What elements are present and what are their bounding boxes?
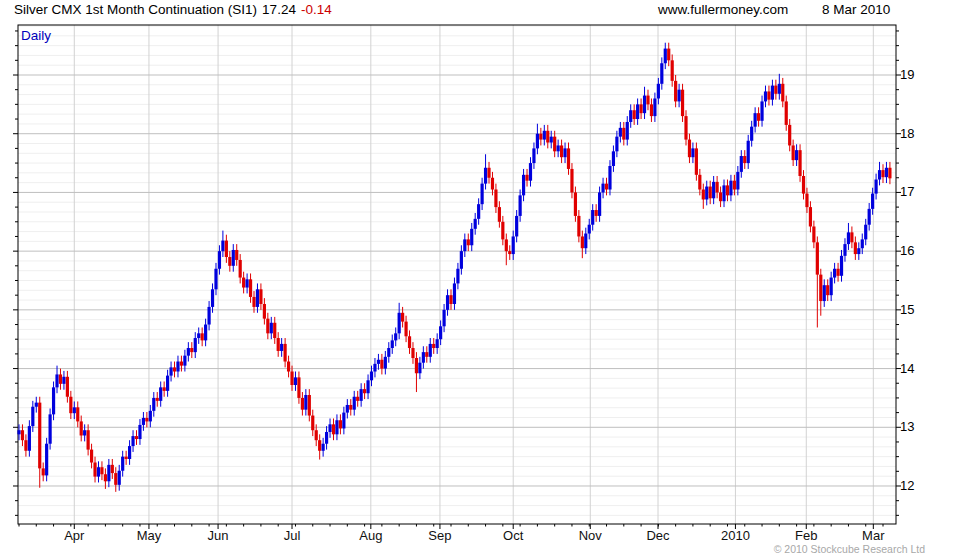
x-axis-tick-label: Aug	[349, 528, 393, 543]
candle-body	[325, 432, 328, 444]
candle-body	[626, 122, 629, 140]
candle-body	[76, 407, 79, 421]
timeframe-label: Daily	[21, 28, 51, 43]
x-axis-tick-label: Jun	[196, 528, 240, 543]
candle-body	[93, 463, 96, 477]
candle-body	[498, 207, 501, 222]
candle-body	[339, 420, 342, 428]
chart-page: Silver CMX 1st Month Continuation (SI1)1…	[0, 0, 980, 560]
candle-body	[795, 150, 798, 160]
candle-body	[197, 333, 200, 338]
candle-body	[774, 86, 777, 94]
candle-body	[871, 194, 874, 209]
candle-body	[294, 377, 297, 385]
candle-body	[705, 187, 708, 200]
candle-body	[159, 387, 162, 401]
candle-body	[297, 377, 300, 398]
candle-body	[418, 363, 421, 374]
candle-body	[245, 279, 248, 287]
candle-body	[522, 175, 525, 196]
candle-body	[152, 398, 155, 411]
candle-body	[194, 338, 197, 352]
candle-body	[69, 397, 72, 413]
candle-body	[404, 322, 407, 337]
candle-body	[100, 467, 103, 474]
candle-body	[225, 241, 228, 257]
candle-body	[97, 467, 100, 476]
candle-body	[62, 377, 65, 384]
candle-body	[757, 113, 760, 121]
candle-body	[802, 176, 805, 194]
candle-body	[515, 216, 518, 237]
candle-body	[328, 424, 331, 432]
candle-body	[674, 81, 677, 102]
candle-body	[639, 104, 642, 113]
y-axis-tick-label: 18	[900, 126, 930, 141]
candle-body	[785, 101, 788, 124]
x-axis-tick-label: Oct	[491, 528, 535, 543]
candle-body	[80, 421, 83, 435]
candle-body	[878, 170, 881, 179]
candle-body	[467, 239, 470, 245]
y-axis-tick-label: 14	[900, 361, 930, 376]
candle-body	[207, 307, 210, 325]
candle-body	[425, 352, 428, 357]
candle-body	[577, 216, 580, 237]
candle-body	[242, 278, 245, 288]
candle-body	[55, 374, 58, 387]
x-axis-tick-label: Dec	[636, 528, 680, 543]
candle-body	[221, 241, 224, 252]
candle-body	[335, 420, 338, 434]
candle-body	[432, 344, 435, 348]
candle-body	[750, 127, 753, 141]
candle-body	[809, 207, 812, 226]
candle-body	[781, 84, 784, 102]
candle-body	[481, 184, 484, 205]
candle-body	[173, 367, 176, 371]
candle-body	[653, 98, 656, 116]
candle-body	[377, 360, 380, 364]
candle-body	[384, 357, 387, 369]
candle-body	[788, 125, 791, 146]
candle-body	[529, 163, 532, 181]
candle-body	[850, 232, 853, 242]
candle-body	[332, 424, 335, 434]
candle-body	[273, 323, 276, 338]
candle-body	[505, 239, 508, 251]
candle-body	[840, 256, 843, 276]
candle-body	[49, 414, 52, 443]
candle-body	[52, 387, 55, 414]
candle-body	[370, 372, 373, 381]
x-axis-tick-label: Apr	[52, 528, 96, 543]
candle-body	[415, 358, 418, 373]
candle-body	[38, 403, 41, 469]
candle-body	[45, 444, 48, 476]
candle-body	[346, 405, 349, 413]
candle-body	[598, 192, 601, 215]
candle-body	[646, 96, 649, 105]
candle-body	[408, 336, 411, 348]
candle-body	[176, 362, 179, 372]
candle-body	[59, 374, 62, 383]
candle-body	[816, 242, 819, 274]
x-axis-tick-label: Nov	[568, 528, 612, 543]
candle-body	[532, 148, 535, 163]
candle-body	[363, 389, 366, 393]
x-axis-tick-label: 2010	[713, 528, 757, 543]
candle-body	[501, 222, 504, 240]
candle-body	[557, 145, 560, 151]
candle-body	[28, 426, 31, 451]
candle-body	[228, 257, 231, 266]
candle-body	[442, 310, 445, 326]
candle-body	[239, 260, 242, 278]
candle-body	[259, 289, 262, 304]
candle-body	[740, 156, 743, 172]
candle-body	[411, 348, 414, 358]
candle-body	[318, 440, 321, 451]
candle-body	[716, 182, 719, 193]
candlestick-chart	[0, 0, 980, 560]
candle-body	[87, 430, 90, 449]
candle-body	[854, 242, 857, 254]
candle-body	[857, 248, 860, 254]
candle-body	[114, 473, 117, 485]
